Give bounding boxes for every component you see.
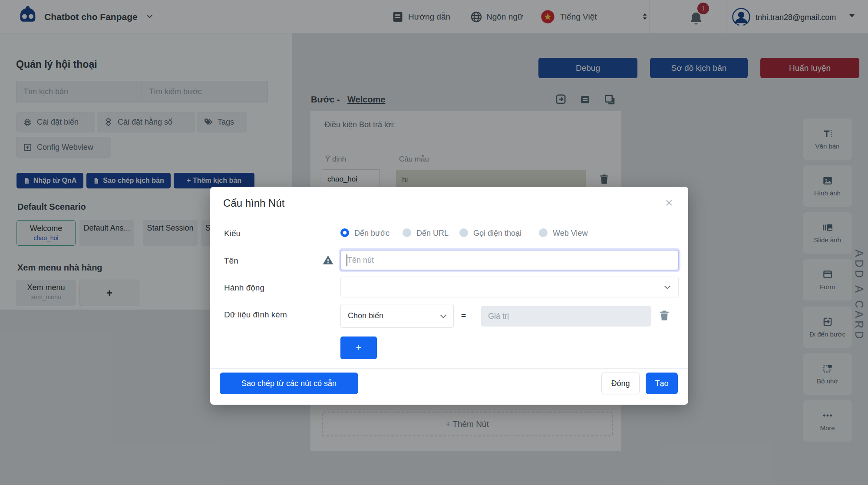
radio-web-view-label: Web View [553, 229, 587, 238]
radio-go-to-url-label: Đến URL [416, 229, 449, 238]
add-attached-data-button[interactable]: + [340, 337, 377, 359]
type-label: Kiểu [224, 229, 241, 238]
name-label: Tên [224, 256, 238, 266]
plus-icon: + [356, 342, 362, 353]
variable-select-value: Chọn biến [348, 311, 383, 320]
button-name-input[interactable] [340, 250, 679, 271]
close-icon[interactable]: × [665, 196, 673, 209]
radio-phone-call[interactable] [459, 228, 468, 237]
radio-go-to-step-label: Đến bước [354, 229, 389, 238]
app-root: Chatbot cho Fanpage Hướng dẫn Ngôn ngữ T… [0, 0, 868, 485]
variable-select[interactable]: Chọn biến [340, 304, 454, 328]
modal-title: Cấu hình Nút [223, 197, 284, 209]
button-config-modal: Cấu hình Nút × Kiểu Đến bước Đến URL Gọi… [210, 187, 688, 405]
value-input[interactable] [481, 306, 651, 327]
chevron-down-icon [440, 312, 446, 318]
radio-phone-call-label: Gọi điện thoại [473, 229, 521, 238]
action-label: Hành động [224, 283, 264, 293]
radio-web-view[interactable] [539, 228, 548, 237]
delete-attached-data-icon[interactable] [658, 307, 670, 323]
warning-icon [322, 254, 334, 266]
equals-sign: = [461, 311, 466, 320]
modal-footer-divider [210, 368, 688, 369]
copy-from-buttons-button[interactable]: Sao chép từ các nút có sẵn [220, 373, 358, 394]
close-button[interactable]: Đóng [601, 373, 640, 394]
modal-header-divider [210, 220, 688, 220]
attached-data-label: Dữ liệu đính kèm [224, 310, 287, 320]
action-select[interactable] [340, 277, 679, 297]
chevron-down-icon [664, 283, 670, 289]
text-cursor [347, 254, 347, 266]
radio-go-to-url[interactable] [403, 228, 411, 237]
radio-go-to-step[interactable] [340, 228, 349, 237]
create-button[interactable]: Tạo [646, 373, 678, 394]
